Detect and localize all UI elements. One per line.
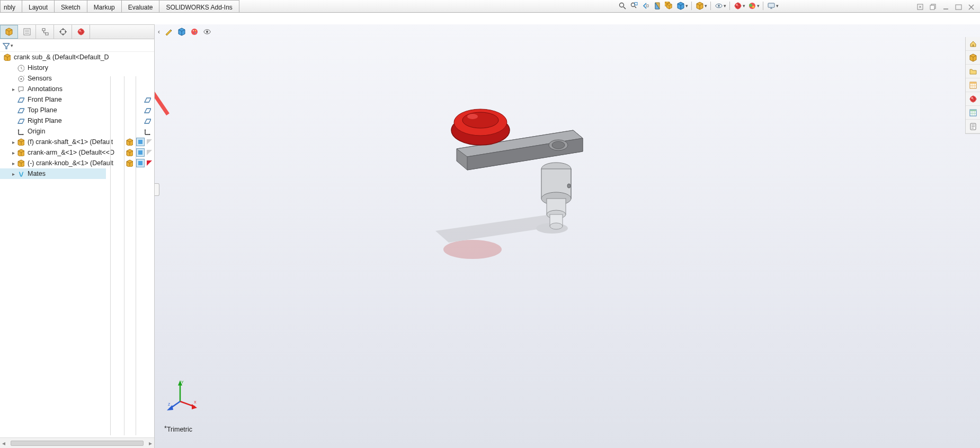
heads-up-toolbar: ▾ ▾ ▾ ▾ ▾ ▾ xyxy=(618,1,779,11)
forum-icon[interactable] xyxy=(966,120,980,133)
svg-rect-38 xyxy=(138,150,142,155)
fm-tab-property-mgr[interactable] xyxy=(18,25,36,39)
window-restore-down-icon[interactable] xyxy=(928,2,938,12)
tree-label: Annotations xyxy=(28,85,63,93)
svg-rect-39 xyxy=(138,161,142,165)
part-icon xyxy=(124,158,134,168)
svg-marker-61 xyxy=(192,404,197,409)
window-close-icon[interactable] xyxy=(966,2,976,12)
tab-assembly-partial[interactable]: nbly xyxy=(0,0,22,12)
scroll-right-icon[interactable]: ▸ xyxy=(149,440,152,447)
panel-splitter-handle[interactable] xyxy=(155,183,159,196)
zoom-to-area-icon[interactable] xyxy=(629,1,639,11)
panel-scrollbar[interactable]: ◂ ▸ xyxy=(0,437,154,448)
tree-front-plane[interactable]: ▸ Front Plane xyxy=(0,94,154,105)
display-state-chip[interactable] xyxy=(136,138,145,146)
view-settings-icon[interactable] xyxy=(767,1,776,11)
tree-part-arm[interactable]: ▸ crank-arm_&<1> (Default<<D xyxy=(0,147,154,158)
tab-addins[interactable]: SOLIDWORKS Add-Ins xyxy=(159,0,239,12)
svg-rect-36 xyxy=(956,5,961,10)
file-explorer-icon[interactable] xyxy=(966,65,980,78)
apply-scene-icon[interactable] xyxy=(747,1,757,11)
appearance-flyout-icon[interactable] xyxy=(190,27,199,37)
collapse-flyout-icon[interactable]: ‹ xyxy=(158,28,160,35)
annotation-arrow xyxy=(155,30,218,136)
custom-props-icon[interactable] xyxy=(966,106,980,120)
view-palette-icon[interactable] xyxy=(966,78,980,92)
model-view[interactable] xyxy=(372,93,663,268)
tree-part-knob[interactable]: ▸ (-) crank-knob_&<1> (Default xyxy=(0,158,154,168)
dropdown-icon[interactable]: ▾ xyxy=(11,43,13,48)
design-library-icon[interactable] xyxy=(966,51,980,65)
view-orientation-icon[interactable] xyxy=(676,1,685,11)
window-collapse-icon[interactable] xyxy=(915,2,925,12)
previous-view-icon[interactable] xyxy=(641,1,651,11)
tree-annotations[interactable]: ▸ Annotations xyxy=(0,84,154,94)
assembly-icon xyxy=(2,52,12,62)
tree-root[interactable]: crank sub_& (Default<Default_D xyxy=(0,52,154,62)
appearance-callout-icon xyxy=(147,160,152,166)
tab-markup[interactable]: Markup xyxy=(87,0,122,12)
expander-icon[interactable]: ▸ xyxy=(11,86,16,92)
expander-icon[interactable]: ▸ xyxy=(11,171,16,177)
fm-tab-display-mgr[interactable] xyxy=(72,25,90,39)
tab-evaluate[interactable]: Evaluate xyxy=(121,0,160,12)
tree-history[interactable]: ▸ History xyxy=(0,62,154,73)
appearances-icon[interactable] xyxy=(966,92,980,106)
display-state-chip[interactable] xyxy=(136,148,145,157)
expander-icon[interactable]: ▸ xyxy=(11,139,16,145)
hide-show-items-icon[interactable] xyxy=(714,1,724,11)
tree-sensors[interactable]: ▸ Sensors xyxy=(0,73,154,84)
window-maximize-icon[interactable] xyxy=(954,2,963,12)
dropdown-icon[interactable]: ▾ xyxy=(757,3,760,8)
plane-icon xyxy=(142,95,152,104)
feature-tree: crank sub_& (Default<Default_D ▸ History… xyxy=(0,52,154,179)
expander-icon[interactable]: ▸ xyxy=(11,150,16,156)
expander-icon[interactable]: ▸ xyxy=(11,160,16,166)
task-pane xyxy=(965,37,980,134)
dropdown-icon[interactable]: ▾ xyxy=(724,3,726,8)
dropdown-icon[interactable]: ▾ xyxy=(705,3,707,8)
graphics-area[interactable]: ‹ xyxy=(155,24,980,448)
display-style-icon[interactable] xyxy=(695,1,705,11)
dropdown-icon[interactable]: ▾ xyxy=(685,3,688,8)
tab-sketch[interactable]: Sketch xyxy=(54,0,87,12)
fm-tab-dimxpert[interactable] xyxy=(54,25,72,39)
display-state-chip[interactable] xyxy=(136,159,145,167)
tree-label: Front Plane xyxy=(28,96,62,103)
tab-layout[interactable]: Layout xyxy=(22,0,55,12)
visibility-flyout-icon[interactable] xyxy=(202,27,212,37)
edit-appearance-icon[interactable] xyxy=(733,1,743,11)
zoom-to-fit-icon[interactable] xyxy=(618,1,627,11)
orientation-triad[interactable]: Y X Z xyxy=(165,379,197,411)
window-minimize-icon[interactable] xyxy=(941,2,950,12)
svg-point-47 xyxy=(462,112,498,128)
annotations-icon xyxy=(16,84,25,94)
sketch-tool-icon[interactable] xyxy=(164,27,174,37)
tree-part-shaft[interactable]: ▸ (f) crank-shaft_&<1> (Default xyxy=(0,137,154,147)
tree-top-plane[interactable]: ▸ Top Plane xyxy=(0,105,154,115)
svg-rect-37 xyxy=(138,140,142,144)
dynamic-view-icon[interactable] xyxy=(664,1,674,11)
model-display-icon[interactable] xyxy=(177,27,186,37)
tree-right-plane[interactable]: ▸ Right Plane xyxy=(0,115,154,126)
scroll-left-icon[interactable]: ◂ xyxy=(2,440,5,447)
plane-icon xyxy=(16,95,25,104)
section-view-icon[interactable] xyxy=(653,1,662,11)
tree-mates[interactable]: ▸ Mates xyxy=(0,168,106,179)
part-icon xyxy=(16,137,25,147)
dropdown-icon[interactable]: ▾ xyxy=(776,3,779,8)
scroll-thumb[interactable] xyxy=(11,441,144,446)
tree-label: (-) crank-knob_&<1> (Default xyxy=(28,159,113,167)
dropdown-icon[interactable]: ▾ xyxy=(743,3,745,8)
part-icon xyxy=(124,148,134,157)
tree-filter[interactable]: ▾ xyxy=(0,39,154,52)
command-tabs: nbly Layout Sketch Markup Evaluate SOLID… xyxy=(0,0,980,13)
tree-label: Sensors xyxy=(28,75,52,82)
home-icon[interactable] xyxy=(966,37,980,51)
fm-tab-feature-tree[interactable] xyxy=(0,25,18,39)
tree-origin[interactable]: ▸ Origin xyxy=(0,126,154,137)
tree-label: (f) crank-shaft_&<1> (Default xyxy=(28,138,113,146)
tree-label: Origin xyxy=(28,128,45,135)
fm-tab-config-mgr[interactable] xyxy=(36,25,54,39)
